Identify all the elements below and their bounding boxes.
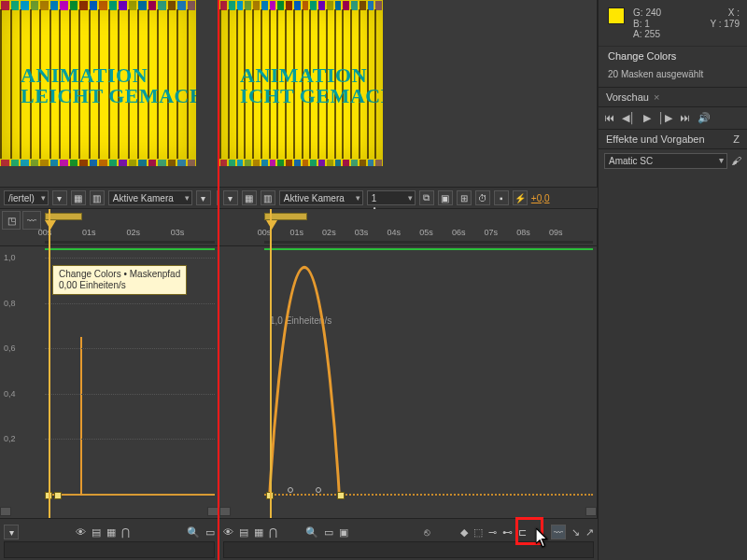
preview-panel-label: Vorschau (606, 91, 649, 103)
res-toggle-icon[interactable]: ▾ (52, 190, 67, 205)
easy-ease-button[interactable]: 〰 (551, 525, 566, 539)
alpha-icon[interactable]: ▣ (438, 190, 453, 205)
snap-icon[interactable]: ⋂ (121, 527, 130, 538)
share-icon[interactable]: ⧉ (419, 190, 434, 205)
right-panels: G: 240 B: 1 A: 255 X : Y : 179 Change Co… (598, 0, 747, 560)
keyframe[interactable] (54, 492, 62, 499)
scroll-handle-left[interactable] (219, 507, 231, 516)
keyframe[interactable] (337, 492, 345, 499)
bezier-handle[interactable] (316, 487, 321, 493)
snap-icon[interactable]: ⋂ (269, 527, 277, 538)
camera-dropdown[interactable]: Aktive Kamera (279, 190, 363, 205)
grid-icon[interactable]: ▦ (106, 527, 116, 538)
last-frame-icon[interactable]: ⏭ (680, 113, 690, 123)
current-time-indicator[interactable] (270, 209, 272, 518)
comp-viewer-left[interactable]: ANIMATION LEICHT GEMACHT! (0, 0, 219, 187)
key-bezier-icon[interactable]: ⊸ (488, 527, 497, 538)
key-linear-icon[interactable]: ◆ (460, 527, 468, 538)
annotation-divider (218, 0, 219, 560)
time-ruler[interactable]: 00s01s02s03s04s05s06s07s08s09s (264, 220, 593, 245)
zoom-icon[interactable]: 🔍 (305, 527, 318, 538)
font-dropdown[interactable]: Amatic SC (604, 153, 727, 169)
grid-icon[interactable]: ▦ (254, 527, 263, 538)
menu-icon[interactable]: ▾ (4, 525, 19, 539)
comp-frame-right: ANIMATION ICHT GEMACHT! (219, 0, 383, 166)
footer-right: 👁 ▤ ▦ ⋂ 🔍 ▭ ▣ ⎋ ◆ ⬚ ⊸ ⊷ ⊏ 〰 ↘ ↗ (219, 518, 598, 560)
graph-editor-right[interactable]: 1,0 Einheiten/s (264, 246, 593, 518)
key-cont-icon[interactable]: ⊷ (502, 527, 513, 538)
audio-icon[interactable]: 🔊 (698, 113, 711, 123)
timeline-footer: ▾ 👁 ▤ ▦ ⋂ 🔍 ▭ 👁 ▤ ▦ ⋂ 🔍 ▭ ▣ ⎋ ◆ ⬚ ⊸ (0, 518, 598, 560)
color-swatch (608, 7, 625, 24)
work-area-bar[interactable] (45, 213, 82, 220)
next-frame-icon[interactable]: │▶ (658, 113, 672, 123)
current-time-indicator[interactable] (49, 209, 50, 518)
speed-curve (264, 246, 593, 518)
xy-readout: X : Y : 179 (710, 7, 740, 29)
comp-mini-icon[interactable]: ◳ (2, 211, 21, 230)
grid-icon[interactable]: ▦ (242, 190, 257, 205)
mouse-cursor (536, 528, 549, 545)
layer-bar (45, 248, 215, 250)
key-auto-icon[interactable]: ⬚ (473, 527, 483, 538)
pixel-icon[interactable]: ▪ (494, 190, 509, 205)
first-frame-icon[interactable]: ⏮ (604, 113, 614, 123)
comp-frame-left: ANIMATION LEICHT GEMACHT! (0, 0, 196, 166)
props-icon[interactable]: ▤ (239, 527, 248, 538)
grid-icon[interactable]: ▦ (71, 190, 86, 205)
selection-sub: 20 Masken ausgewählt (599, 69, 747, 87)
zoom-icon[interactable]: 🔍 (187, 527, 200, 538)
fit-icon[interactable]: ▭ (205, 527, 215, 538)
prev-frame-icon[interactable]: ◀│ (622, 113, 636, 123)
time-ruler[interactable]: 00s01s02s03s (45, 220, 215, 245)
scroll-handle-left[interactable] (0, 507, 11, 516)
fit-icon[interactable]: ▭ (324, 527, 333, 538)
ease-in-icon[interactable]: ↘ (571, 527, 580, 538)
fx-panel-header[interactable]: Effekte und Vorgaben Z (599, 129, 747, 149)
timeline-header: ◳ 〰 00s01s02s03s (0, 209, 218, 246)
font-row: Amatic SC 🖌 (599, 149, 747, 173)
timecode-icon[interactable]: ⏱ (475, 190, 490, 205)
fast-preview-icon[interactable]: ⚡ (513, 190, 528, 205)
graph-mini-icon[interactable]: 〰 (22, 211, 41, 230)
camera-dropdown[interactable]: Aktive Kamera (108, 190, 192, 205)
preview-playbar: ⏮ ◀│ ▶ │▶ ⏭ 🔊 (599, 107, 747, 129)
ease-out-icon[interactable]: ↗ (585, 527, 594, 538)
timeline-left[interactable]: ◳ 〰 00s01s02s03s 1,00,80,60,40,2 Change … (0, 209, 219, 518)
selection-name: Change Colors (599, 47, 747, 69)
viewer-toolbar: /iertel) ▾ ▦ ▥ Aktive Kamera ▾ ▾ ▦ ▥ Akt… (0, 187, 598, 209)
comp-viewers: ANIMATION LEICHT GEMACHT! ANIMATION ICHT… (0, 0, 598, 187)
apply-brush-icon[interactable]: 🖌 (731, 156, 741, 166)
bezier-handle[interactable] (288, 487, 293, 493)
views-dropdown[interactable]: 1 Ans... (367, 190, 416, 205)
play-icon[interactable]: ▶ (643, 113, 651, 123)
speed-spike (80, 337, 82, 496)
timeline-header: 00s01s02s03s04s05s06s07s08s09s (219, 209, 597, 246)
timelines: ◳ 〰 00s01s02s03s 1,00,80,60,40,2 Change … (0, 209, 598, 518)
fx-extra-tab[interactable]: Z (733, 133, 740, 145)
mask-toggle-icon[interactable]: ▥ (90, 190, 105, 205)
separate-icon[interactable]: ⎋ (424, 527, 430, 538)
eye-icon[interactable]: 👁 (223, 527, 233, 538)
fx-panel-label: Effekte und Vorgaben (606, 133, 733, 145)
info-color: G: 240 B: 1 A: 255 X : Y : 179 (599, 0, 747, 47)
region-icon[interactable]: ⊞ (457, 190, 472, 205)
res-toggle-icon[interactable]: ▾ (223, 190, 238, 205)
fit-all-icon[interactable]: ▣ (339, 527, 348, 538)
dd-icon[interactable]: ▾ (196, 190, 211, 205)
timeline-right[interactable]: 00s01s02s03s04s05s06s07s08s09s 1,0 Einhe… (219, 209, 598, 518)
exposure-value[interactable]: +0,0 (531, 193, 550, 203)
mask-toggle-icon[interactable]: ▥ (261, 190, 275, 205)
scroll-handle-right[interactable] (585, 507, 597, 516)
rgba-readout: G: 240 B: 1 A: 255 (633, 7, 661, 40)
props-icon[interactable]: ▤ (92, 527, 101, 538)
eye-icon[interactable]: 👁 (76, 527, 86, 538)
preview-panel-header[interactable]: Vorschau × (599, 87, 747, 107)
footer-left: ▾ 👁 ▤ ▦ ⋂ 🔍 ▭ (0, 518, 219, 560)
zoom-slider[interactable] (4, 541, 215, 558)
comp-viewer-right[interactable]: ANIMATION ICHT GEMACHT! (219, 0, 598, 187)
graph-tooltip: Change Colors • Maskenpfad 0,00 Einheite… (52, 265, 187, 295)
baseline (45, 494, 215, 496)
magnification-dropdown[interactable]: /iertel) (4, 190, 49, 205)
